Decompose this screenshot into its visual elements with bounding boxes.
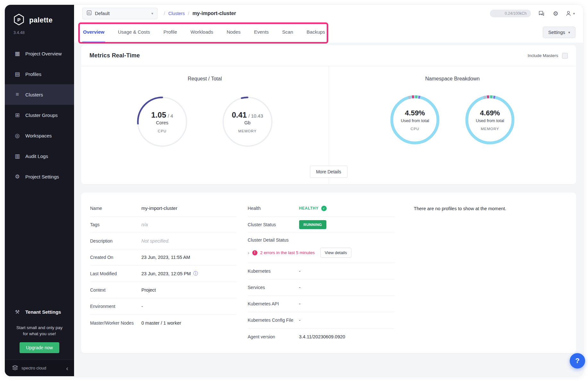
info-icon[interactable]: ⓘ [193, 271, 198, 277]
include-masters-label: Include Masters [528, 53, 558, 58]
tenant-settings-label: Tenant Settings [25, 309, 61, 315]
sidebar-item-profiles[interactable]: ▤ Profiles [5, 64, 74, 84]
tab-profile[interactable]: Profile [163, 22, 178, 43]
help-button[interactable]: ? [570, 353, 585, 369]
namespace-cpu-text: 4.59% Used from total CPU [388, 93, 442, 147]
cluster-detail-status-block: Cluster Detail Status › ! 2 errors in th… [248, 233, 395, 263]
workspaces-icon: ◎ [14, 132, 21, 139]
sidebar-item-project-overview[interactable]: ▦ Project Overview [5, 43, 74, 64]
sidebar-item-cluster-groups[interactable]: ⊞ Cluster Groups [5, 105, 74, 125]
metrics-title: Metrics Real-Time [89, 52, 140, 59]
include-masters-checkbox[interactable] [562, 53, 568, 59]
project-selector[interactable]: Default ▾ [82, 8, 157, 19]
tenant-settings-icon: ⚒ [14, 309, 21, 315]
chat-button[interactable] [537, 9, 546, 18]
detail-row-environment: Environment - [90, 298, 236, 315]
svg-text:P: P [17, 17, 21, 22]
tab-label: Usage & Costs [118, 29, 150, 35]
detail-label: Kubernetes API [248, 301, 299, 306]
detail-value: - [299, 285, 301, 290]
sidebar-item-label: Clusters [25, 92, 43, 97]
topbar: Default ▾ / Clusters / my-import-cluster… [74, 5, 583, 22]
detail-row-kubernetes: Kubernetes - [248, 263, 395, 279]
detail-row-description: Description Not specified. [90, 233, 236, 249]
tab-events[interactable]: Events [253, 22, 269, 43]
memory-unit: Gb [244, 120, 250, 125]
settings-dropdown-button[interactable]: Settings ▾ [543, 27, 575, 38]
tab-workloads[interactable]: Workloads [190, 22, 214, 43]
sidebar-item-tenant-settings[interactable]: ⚒ Tenant Settings [5, 304, 74, 320]
usage-quota-badge: 0.24/100kCh [490, 10, 531, 17]
detail-row-last-modified: Last Modified 23 Jun, 2023, 12:05 PM ⓘ [90, 266, 236, 282]
detail-label: Agent version [248, 334, 299, 339]
detail-label: Created On [90, 255, 141, 260]
tab-usage-costs[interactable]: Usage & Costs [117, 22, 151, 43]
detail-value: 23 Jun, 2023, 11:55 AM [141, 255, 190, 260]
error-message: 2 errors in the last 5 minutes [260, 250, 315, 255]
detail-value: - [141, 304, 143, 309]
detail-label: Master/Worker Nodes [90, 320, 141, 326]
cpu-total-value: / 4 [168, 113, 173, 119]
detail-label: Services [248, 285, 299, 290]
breadcrumb-link-clusters[interactable]: Clusters [168, 11, 185, 16]
settings-gear-button[interactable]: ⚙ [552, 9, 559, 18]
namespace-memory-text: 4.69% Used from total MEMORY [463, 93, 517, 147]
memory-caption: MEMORY [238, 129, 257, 133]
view-details-button[interactable]: View details [320, 248, 351, 258]
memory-gauge: 0.41 / 10.43 Gb MEMORY [220, 95, 275, 149]
detail-row-created-on: Created On 23 Jun, 2023, 11:55 AM [90, 249, 236, 266]
cluster-detail-status-line: › ! 2 errors in the last 5 minutes View … [248, 248, 395, 258]
memory-total-value: / 10.43 [248, 113, 263, 119]
tab-scan[interactable]: Scan [281, 22, 294, 43]
detail-label: Description [90, 238, 141, 244]
chevron-down-icon: ▾ [568, 30, 570, 35]
detail-value: my-import-cluster [141, 206, 177, 211]
cluster-detail-status-label: Cluster Detail Status [248, 237, 395, 243]
tab-backups[interactable]: Backups [306, 22, 326, 43]
collapse-sidebar-icon[interactable]: ‹ [66, 365, 68, 371]
detail-value: 0 master / 1 worker [141, 320, 181, 326]
tab-label: Nodes [227, 29, 240, 35]
namespace-memory-donut: 4.69% Used from total MEMORY [463, 93, 517, 147]
memory-used-value: 0.41 [232, 111, 247, 120]
tab-label: Backups [307, 29, 325, 35]
chat-icon [538, 10, 545, 17]
tab-label: Workloads [190, 29, 213, 35]
chevron-down-icon: ▾ [573, 12, 575, 16]
more-details-button[interactable]: More Details [310, 166, 348, 178]
sidebar-item-project-settings[interactable]: ⚙ Project Settings [5, 166, 74, 187]
sidebar: P palette 3.4.48 ▦ Project Overview ▤ Pr… [5, 5, 74, 376]
detail-label: Cluster Status [248, 222, 299, 227]
detail-value: 3.4.11/20230609.0920 [299, 334, 345, 339]
user-menu[interactable]: ▾ [565, 10, 575, 17]
detail-row-master-worker-nodes: Master/Worker Nodes 0 master / 1 worker [90, 315, 236, 331]
tab-label: Scan [282, 29, 293, 35]
sidebar-item-workspaces[interactable]: ◎ Workspaces [5, 125, 74, 146]
detail-value: 23 Jun, 2023, 12:05 PM ⓘ [141, 271, 198, 277]
profiles-empty-message: There are no profiles to show at the mom… [414, 206, 563, 211]
gauge-row: 1.05 / 4 Cores CPU [135, 95, 275, 149]
breadcrumb: / Clusters / my-import-cluster [164, 11, 236, 16]
namespace-cpu-caption: CPU [411, 127, 419, 131]
page: P palette 3.4.48 ▦ Project Overview ▤ Pr… [0, 0, 588, 381]
cpu-gauge: 1.05 / 4 Cores CPU [135, 95, 189, 149]
sidebar-item-label: Profiles [25, 71, 41, 77]
sidebar-item-label: Cluster Groups [25, 112, 58, 118]
namespace-memory-caption: MEMORY [481, 127, 499, 131]
sidebar-item-audit-logs[interactable]: ▥ Audit Logs [5, 146, 74, 166]
sidebar-item-clusters[interactable]: ≡ Clusters [5, 84, 74, 105]
namespace-breakdown-title: Namespace Breakdown [425, 76, 480, 82]
tab-overview[interactable]: Overview [82, 22, 105, 43]
gear-icon: ⚙ [553, 10, 558, 17]
namespace-memory-percent: 4.69% [480, 109, 500, 117]
cpu-used-value: 1.05 [151, 111, 166, 120]
upgrade-now-button[interactable]: Upgrade now [20, 342, 59, 353]
detail-row-services: Services - [248, 279, 395, 296]
tab-nodes[interactable]: Nodes [226, 22, 241, 43]
sidebar-item-label: Audit Logs [25, 153, 48, 159]
tab-label: Overview [83, 29, 105, 35]
chevron-right-icon[interactable]: › [248, 250, 249, 255]
spectro-cloud-logo-icon [12, 365, 18, 371]
project-settings-icon: ⚙ [14, 173, 21, 180]
namespace-cpu-percent: 4.59% [405, 109, 425, 117]
